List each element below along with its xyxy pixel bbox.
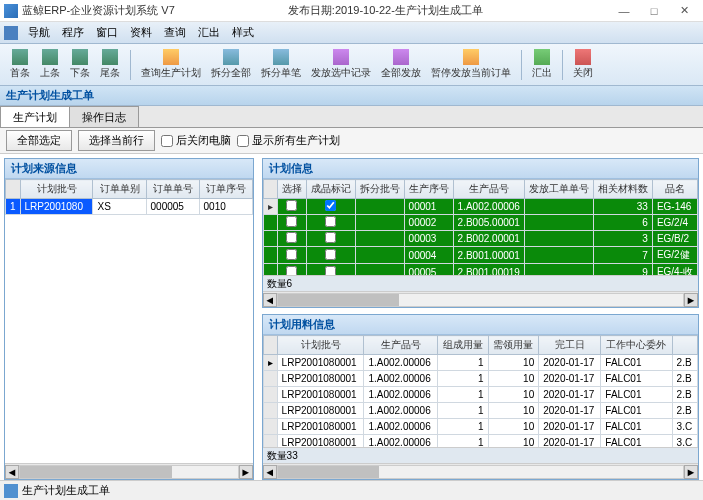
row-select-checkbox[interactable] — [286, 200, 297, 211]
send-selected-button[interactable]: 发放选中记录 — [307, 47, 375, 82]
menu-format[interactable]: 样式 — [226, 23, 260, 42]
plan-info-panel: 计划信息 选择成品标记拆分批号生产序号生产品号发放工单单号相关材料数品名 ▸00… — [262, 158, 699, 308]
table-row[interactable]: 000052.B001.000199EG/4-收 — [263, 264, 697, 276]
pause-icon — [463, 49, 479, 65]
export-button[interactable]: 汇出 — [528, 47, 556, 82]
row-mark-checkbox[interactable] — [325, 216, 336, 227]
row-mark-checkbox[interactable] — [325, 200, 336, 211]
app-icon — [4, 4, 18, 18]
first-record-button[interactable]: 首条 — [6, 47, 34, 82]
next-icon — [72, 49, 88, 65]
tab-log[interactable]: 操作日志 — [69, 106, 139, 127]
next-record-button[interactable]: 下条 — [66, 47, 94, 82]
table-row[interactable]: 000032.B002.000013EG/B/2 — [263, 231, 697, 247]
material-panel: 计划用料信息 计划批号生产品号组成用量需领用量完工日工作中心委外 ▸LRP200… — [262, 314, 699, 480]
source-grid[interactable]: 计划批号订单单别订单单号订单序号 1LRP2001080XS0000050010 — [5, 179, 253, 463]
doc-icon — [4, 484, 18, 498]
plan-info-title: 计划信息 — [263, 159, 698, 179]
select-all-button[interactable]: 全部选定 — [6, 130, 72, 151]
query-plan-button[interactable]: 查询生产计划 — [137, 47, 205, 82]
table-row[interactable]: 000022.B005.000016EG/2/4 — [263, 215, 697, 231]
row-mark-checkbox[interactable] — [325, 266, 336, 276]
close-tool-button[interactable]: 关闭 — [569, 47, 597, 82]
close-icon — [575, 49, 591, 65]
material-title: 计划用料信息 — [263, 315, 698, 335]
plan-info-grid[interactable]: 选择成品标记拆分批号生产序号生产品号发放工单单号相关材料数品名 ▸000011.… — [263, 179, 698, 275]
show-all-checkbox[interactable]: 显示所有生产计划 — [237, 133, 340, 148]
last-record-button[interactable]: 尾条 — [96, 47, 124, 82]
split-one-button[interactable]: 拆分单笔 — [257, 47, 305, 82]
prev-record-button[interactable]: 上条 — [36, 47, 64, 82]
source-panel-title: 计划来源信息 — [5, 159, 253, 179]
send-all-button[interactable]: 全部发放 — [377, 47, 425, 82]
close-button[interactable]: ✕ — [669, 1, 699, 21]
row-select-checkbox[interactable] — [286, 249, 297, 260]
send-all-icon — [393, 49, 409, 65]
prev-icon — [42, 49, 58, 65]
maximize-button[interactable]: □ — [639, 1, 669, 21]
tab-strip: 生产计划 操作日志 — [0, 106, 703, 128]
table-row[interactable]: 1LRP2001080XS0000050010 — [6, 199, 253, 215]
send-sel-icon — [333, 49, 349, 65]
shutdown-checkbox[interactable]: 后关闭电脑 — [161, 133, 231, 148]
material-hscroll[interactable]: ◄► — [263, 463, 698, 479]
first-icon — [12, 49, 28, 65]
query-icon — [163, 49, 179, 65]
window-title: 蓝鲸ERP-企业资源计划系统 V7 发布日期:2019-10-22-生产计划生成… — [22, 3, 609, 18]
split-all-icon — [223, 49, 239, 65]
last-icon — [102, 49, 118, 65]
table-row[interactable]: LRP20010800011.A002.000061102020-01-17FA… — [263, 419, 697, 435]
material-grid[interactable]: 计划批号生产品号组成用量需领用量完工日工作中心委外 ▸LRP2001080001… — [263, 335, 698, 447]
row-select-checkbox[interactable] — [286, 266, 297, 276]
operation-bar: 全部选定 选择当前行 后关闭电脑 显示所有生产计划 — [0, 128, 703, 154]
plan-info-footer: 数量6 — [263, 275, 698, 291]
bottom-bar: 生产计划生成工单 — [0, 480, 703, 500]
select-current-button[interactable]: 选择当前行 — [78, 130, 155, 151]
source-panel: 计划来源信息 计划批号订单单别订单单号订单序号 1LRP2001080XS000… — [4, 158, 254, 480]
menu-bar: 导航 程序 窗口 资料 查询 汇出 样式 — [0, 22, 703, 44]
menu-program[interactable]: 程序 — [56, 23, 90, 42]
source-hscroll[interactable]: ◄► — [5, 463, 253, 479]
row-select-checkbox[interactable] — [286, 216, 297, 227]
export-icon — [534, 49, 550, 65]
material-footer: 数量33 — [263, 447, 698, 463]
bottom-tab[interactable]: 生产计划生成工单 — [22, 483, 110, 498]
table-row[interactable]: LRP20010800011.A002.000061102020-01-17FA… — [263, 371, 697, 387]
table-row[interactable]: ▸000011.A002.0000633EG-146 — [263, 199, 697, 215]
row-mark-checkbox[interactable] — [325, 232, 336, 243]
menu-query[interactable]: 查询 — [158, 23, 192, 42]
row-select-checkbox[interactable] — [286, 232, 297, 243]
table-row[interactable]: LRP20010800011.A002.000061102020-01-17FA… — [263, 387, 697, 403]
table-row[interactable]: LRP20010800011.A002.000061102020-01-17FA… — [263, 435, 697, 448]
tab-plan[interactable]: 生产计划 — [0, 106, 70, 127]
table-row[interactable]: LRP20010800011.A002.000061102020-01-17FA… — [263, 403, 697, 419]
menu-window[interactable]: 窗口 — [90, 23, 124, 42]
plan-info-hscroll[interactable]: ◄► — [263, 291, 698, 307]
table-row[interactable]: 000042.B001.000017EG/2健 — [263, 247, 697, 264]
title-bar: 蓝鲸ERP-企业资源计划系统 V7 发布日期:2019-10-22-生产计划生成… — [0, 0, 703, 22]
row-mark-checkbox[interactable] — [325, 249, 336, 260]
split-one-icon — [273, 49, 289, 65]
split-all-button[interactable]: 拆分全部 — [207, 47, 255, 82]
menu-export[interactable]: 汇出 — [192, 23, 226, 42]
table-row[interactable]: ▸LRP20010800011.A002.000061102020-01-17F… — [263, 355, 697, 371]
page-title: 生产计划生成工单 — [0, 86, 703, 106]
menu-data[interactable]: 资料 — [124, 23, 158, 42]
menu-nav[interactable]: 导航 — [22, 23, 56, 42]
toolbar: 首条 上条 下条 尾条 查询生产计划 拆分全部 拆分单笔 发放选中记录 全部发放… — [0, 44, 703, 86]
minimize-button[interactable]: — — [609, 1, 639, 21]
pause-send-button[interactable]: 暂停发放当前订单 — [427, 47, 515, 82]
menu-icon — [4, 26, 18, 40]
